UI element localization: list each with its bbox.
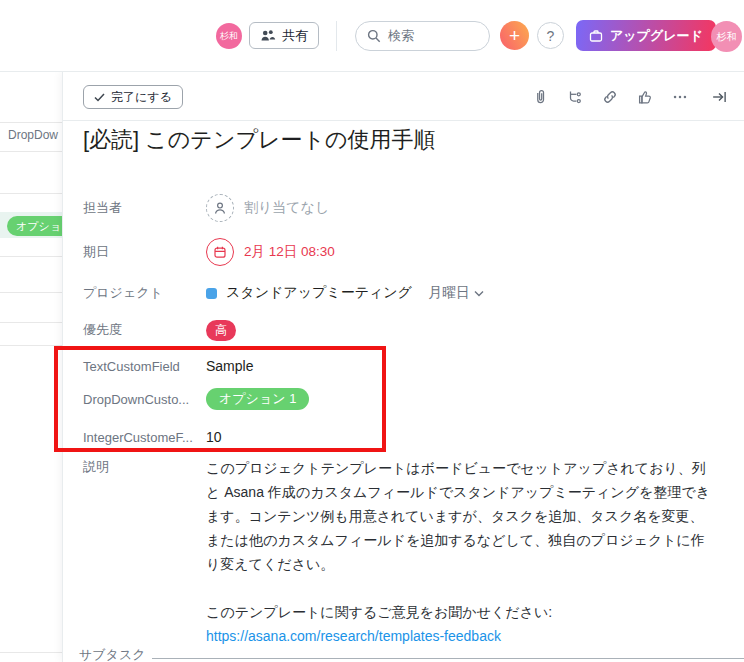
custom-integer-field: IntegerCustomeF... 10 (83, 424, 222, 450)
description-label: 説明 (83, 456, 206, 476)
link-icon (601, 88, 619, 106)
task-detail-header: 完了にする (63, 72, 744, 121)
list-divider (0, 652, 62, 653)
search-placeholder: 検索 (388, 27, 414, 45)
collaborator-avatar[interactable]: 杉和 (216, 23, 242, 49)
custom-text-label: TextCustomField (83, 359, 206, 374)
task-title[interactable]: [必読] このテンプレートの使用手順 (83, 125, 435, 155)
custom-text-value[interactable]: Sample (206, 358, 253, 374)
like-button[interactable] (636, 88, 654, 106)
custom-field-column-header[interactable]: DropDow (8, 128, 58, 142)
custom-text-field: TextCustomField Sample (83, 353, 253, 379)
upgrade-button-label: アップグレード (610, 27, 703, 45)
ellipsis-icon (671, 88, 689, 106)
calendar-icon[interactable] (206, 238, 234, 266)
question-icon: ? (547, 28, 555, 44)
list-divider (0, 292, 62, 293)
custom-integer-label: IntegerCustomeF... (83, 430, 206, 445)
search-icon (367, 29, 381, 43)
custom-dropdown-value-pill[interactable]: オプション 1 (206, 388, 309, 410)
project-color-icon (206, 288, 217, 299)
project-field: プロジェクト スタンドアップミーティング 月曜日 (83, 279, 484, 307)
project-label: プロジェクト (83, 284, 206, 302)
task-action-icons (531, 72, 728, 121)
search-input[interactable]: 検索 (355, 21, 490, 51)
user-avatar[interactable]: 杉和 (711, 21, 742, 52)
custom-integer-value[interactable]: 10 (206, 429, 222, 445)
subtasks-heading: サブタスク (79, 646, 152, 662)
assignee-label: 担当者 (83, 199, 206, 217)
subtasks-divider (121, 658, 744, 659)
custom-dropdown-label: DropDownCusto... (83, 392, 206, 407)
list-divider (0, 345, 62, 346)
task-list-background: DropDow オプショ (0, 72, 62, 662)
assignee-field: 担当者 割り当てなし (83, 190, 329, 226)
unassigned-person-icon[interactable] (206, 194, 234, 222)
list-divider (0, 193, 62, 194)
plus-icon: + (509, 25, 520, 46)
project-section-value: 月曜日 (428, 284, 470, 302)
description-editor[interactable]: このプロジェクトテンプレートはボードビューでセットアップされており、列と Asa… (206, 456, 714, 648)
project-section-selector[interactable]: 月曜日 (428, 284, 484, 302)
due-date-value[interactable]: 2月 12日 08:30 (244, 243, 335, 261)
due-date-label: 期日 (83, 243, 206, 261)
briefcase-icon (589, 29, 603, 43)
priority-value-pill[interactable]: 高 (206, 320, 236, 341)
help-button[interactable]: ? (537, 22, 564, 49)
priority-field: 優先度 高 (83, 317, 236, 343)
assignee-value[interactable]: 割り当てなし (244, 199, 329, 217)
share-button[interactable]: 共有 (249, 22, 319, 49)
priority-label: 優先度 (83, 321, 206, 339)
subtasks-button[interactable] (566, 88, 584, 106)
project-name[interactable]: スタンドアップミーティング (226, 284, 412, 302)
list-divider (0, 122, 62, 123)
collapse-panel-icon (710, 88, 728, 106)
list-divider (0, 322, 62, 323)
mark-complete-label: 完了にする (111, 89, 172, 106)
upgrade-button[interactable]: アップグレード (576, 20, 716, 51)
list-divider (0, 256, 62, 257)
feedback-link[interactable]: https://asana.com/research/templates-fee… (206, 624, 501, 648)
description-paragraph: このプロジェクトテンプレートはボードビューでセットアップされており、列と Asa… (206, 456, 714, 576)
subtasks-icon (566, 88, 584, 106)
people-icon (260, 29, 276, 43)
list-divider (0, 151, 62, 152)
custom-dropdown-field: DropDownCusto... オプション 1 (83, 386, 309, 412)
asana-app-window: 杉和 共有 検索 + ? (0, 0, 744, 662)
due-date-field: 期日 2月 12日 08:30 (83, 234, 335, 270)
task-detail-panel: 完了にする (62, 72, 744, 662)
mark-complete-button[interactable]: 完了にする (83, 85, 183, 109)
description-field: 説明 このプロジェクトテンプレートはボードビューでセットアップされており、列と … (83, 456, 714, 648)
create-button[interactable]: + (500, 21, 529, 50)
more-options-button[interactable] (671, 88, 689, 106)
paperclip-icon (531, 88, 549, 106)
check-icon (94, 93, 105, 102)
collapse-panel-button[interactable] (710, 88, 728, 106)
share-button-label: 共有 (282, 27, 308, 45)
attach-button[interactable] (531, 88, 549, 106)
topbar: 杉和 共有 検索 + ? (0, 0, 744, 72)
topbar-divider (336, 21, 337, 51)
copy-link-button[interactable] (601, 88, 619, 106)
description-paragraph: このテンプレートに関するご意見をお聞かせください: (206, 600, 714, 624)
chevron-down-icon (474, 290, 484, 297)
thumbs-up-icon (636, 88, 654, 106)
